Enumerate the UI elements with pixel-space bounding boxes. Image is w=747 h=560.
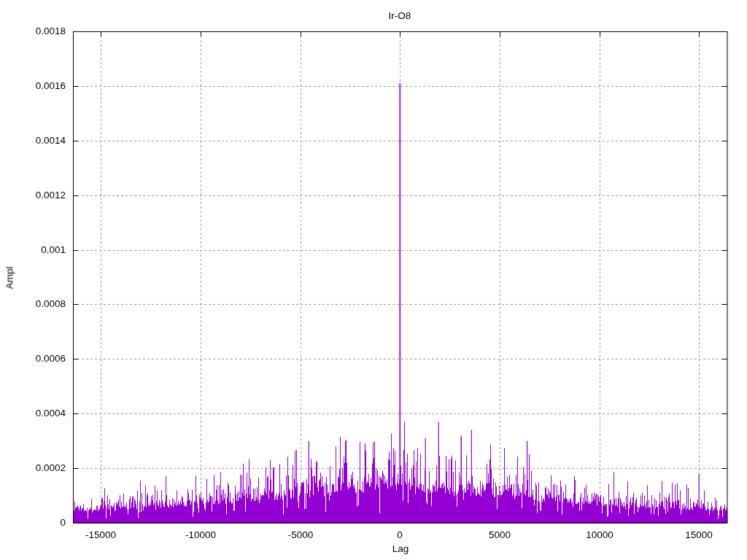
correlation-chart: Ir-O8 Lag Ampl 00.00020.00040.00060.0008… [0, 0, 747, 560]
y-tick-label: 0.0016 [0, 80, 66, 92]
x-tick-label: -15000 [64, 529, 137, 541]
x-axis-label: Lag [392, 543, 409, 554]
x-tick-label: -5000 [264, 529, 337, 541]
y-tick-label: 0.0018 [0, 26, 66, 37]
x-tick-label: 5000 [463, 529, 536, 541]
y-tick-label: 0 [0, 517, 66, 529]
y-tick-label: 0.0006 [0, 353, 66, 365]
x-tick-label: 15000 [662, 529, 735, 541]
x-tick-label: -10000 [164, 529, 237, 541]
chart-title: Ir-O8 [389, 10, 411, 21]
x-tick-label: 0 [363, 529, 436, 541]
y-tick-label: 0.0002 [0, 462, 66, 474]
y-tick-label: 0.0014 [0, 135, 66, 147]
x-tick-label: 10000 [563, 529, 636, 541]
y-tick-label: 0.0012 [0, 190, 66, 201]
y-axis-label: Ampl [4, 267, 15, 289]
y-tick-label: 0.0004 [0, 408, 66, 419]
y-tick-label: 0.0008 [0, 298, 66, 310]
plot-canvas [0, 0, 747, 560]
y-tick-label: 0.001 [0, 244, 66, 256]
